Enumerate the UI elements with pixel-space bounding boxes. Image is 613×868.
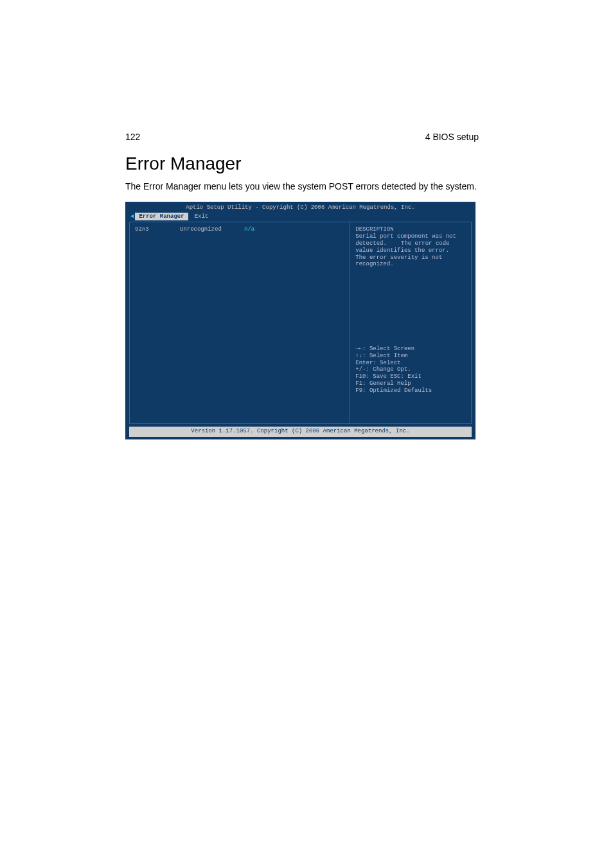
bios-right-panel: DESCRIPTION Serial port component was no… bbox=[350, 222, 471, 423]
bios-screenshot: Aptio Setup Utility - Copyright (C) 2006… bbox=[125, 202, 475, 439]
help-line: F10: Save ESC: Exit bbox=[355, 373, 466, 380]
description-text: The error code bbox=[401, 240, 450, 247]
description-line: recognized. bbox=[355, 261, 466, 268]
help-line: +/-: Change Opt. bbox=[355, 366, 466, 373]
page-header: 122 4 BIOS setup bbox=[125, 132, 479, 142]
page-number: 122 bbox=[125, 132, 140, 142]
page-title: Error Manager bbox=[125, 154, 479, 174]
description-line: value identifies the error. bbox=[355, 247, 466, 254]
help-block: →←: Select Screen ↑↓: Select Item Enter:… bbox=[355, 346, 466, 394]
error-status: Unrecognized bbox=[180, 226, 244, 233]
body-text: The Error Manager menu lets you view the… bbox=[125, 181, 479, 193]
tab-error-manager[interactable]: Error Manager bbox=[135, 213, 188, 221]
tab-exit[interactable]: Exit bbox=[191, 213, 213, 221]
help-line: Enter: Select bbox=[355, 360, 466, 367]
error-value: n/a bbox=[244, 226, 344, 233]
help-line: ↑↓: Select Item bbox=[355, 353, 466, 360]
description-block: DESCRIPTION Serial port component was no… bbox=[355, 226, 466, 268]
section-name: 4 BIOS setup bbox=[425, 132, 479, 142]
bios-body: 92A3 Unrecognized n/a DESCRIPTION Serial… bbox=[129, 222, 472, 424]
description-heading: DESCRIPTION bbox=[355, 226, 466, 233]
description-line: Serial port component was not bbox=[355, 233, 466, 240]
description-line: The error severity is not bbox=[355, 254, 466, 261]
bios-left-panel: 92A3 Unrecognized n/a bbox=[130, 222, 350, 423]
bios-tab-bar: ◄ Error Manager Exit bbox=[125, 213, 475, 222]
error-row[interactable]: 92A3 Unrecognized n/a bbox=[135, 226, 344, 233]
description-line: detected.The error code bbox=[355, 240, 466, 247]
help-line: F9: Optimized Defaults bbox=[355, 387, 466, 394]
bios-top-title: Aptio Setup Utility - Copyright (C) 2006… bbox=[125, 202, 475, 213]
description-text: detected. bbox=[355, 240, 387, 247]
help-line: →←: Select Screen bbox=[355, 346, 466, 353]
page-content: 122 4 BIOS setup Error Manager The Error… bbox=[125, 132, 479, 439]
left-arrow-icon: ◄ bbox=[130, 213, 135, 220]
bios-footer: Version 1.17.1057. Copyright (C) 2006 Am… bbox=[129, 427, 472, 437]
error-code: 92A3 bbox=[135, 226, 180, 233]
help-line: F1: General Help bbox=[355, 380, 466, 387]
